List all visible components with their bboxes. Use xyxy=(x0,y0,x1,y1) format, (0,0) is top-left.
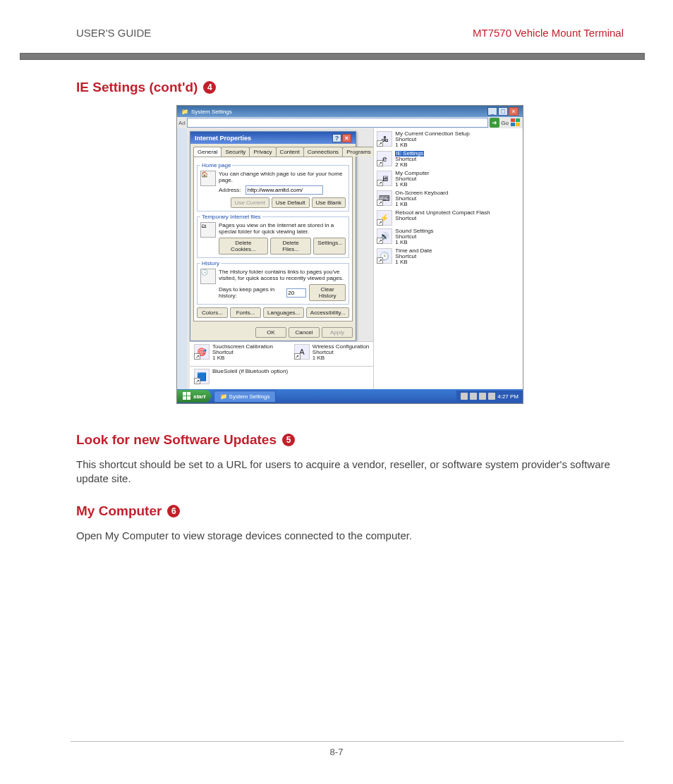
fonts-button[interactable]: Fonts... xyxy=(230,307,261,318)
header-left: USER'S GUIDE xyxy=(76,27,151,39)
colors-button[interactable]: Colors... xyxy=(197,307,228,318)
shortcut-icon: 🟦↗ xyxy=(194,369,210,384)
shortcut-item[interactable]: e↗IE SettingsShortcut2 KB xyxy=(377,151,520,168)
use-default-button[interactable]: Use Default xyxy=(272,197,310,208)
close-icon[interactable]: × xyxy=(509,107,519,116)
shortcut-arrow-icon: ↗ xyxy=(377,238,383,244)
homepage-address-input[interactable] xyxy=(245,185,323,195)
shortcut-item[interactable]: 🔊↗Sound SettingsShortcut1 KB xyxy=(377,228,520,245)
tab-security[interactable]: Security xyxy=(221,147,250,157)
windows-flag-icon xyxy=(510,118,521,128)
delete-cookies-button[interactable]: Delete Cookies... xyxy=(219,238,268,255)
footer-rule xyxy=(71,741,624,742)
section-body: This shortcut should be set to a URL for… xyxy=(76,458,624,486)
temp-files-group: Temporary Internet files 🗂 Pages you vie… xyxy=(197,214,349,258)
address-label: Address: xyxy=(219,187,241,193)
shortcut-item[interactable]: 🕒↗Time and DateShortcut1 KB xyxy=(377,248,520,265)
ok-button[interactable]: OK xyxy=(255,327,286,338)
svg-rect-3 xyxy=(516,123,520,126)
folder-address-input[interactable] xyxy=(187,118,489,128)
use-blank-button[interactable]: Use Blank xyxy=(312,197,346,208)
tab-general[interactable]: General xyxy=(193,147,222,157)
shortcut-item[interactable]: ⚡↗Reboot and Unprotect Compact FlashShor… xyxy=(377,210,520,226)
help-icon[interactable]: ? xyxy=(332,134,341,142)
history-days-label: Days to keep pages in history: xyxy=(219,286,284,299)
navpane-stub xyxy=(177,128,187,389)
go-button[interactable]: ➜ xyxy=(490,118,499,128)
embedded-screenshot: 📁 System Settings _ □ × Ad ➜ Go xyxy=(176,105,523,404)
section-title: IE Settings (cont'd) xyxy=(76,80,198,95)
shortcut-meta: Wireless ConfigurationShortcut1 KB xyxy=(313,344,369,361)
maximize-icon[interactable]: □ xyxy=(498,107,508,116)
svg-rect-2 xyxy=(511,123,515,126)
history-legend: History xyxy=(200,260,221,267)
shortcuts-below-dialog-2: 🟦↗BlueSoleil (if Bluetooth option) xyxy=(190,366,373,389)
clear-history-button[interactable]: Clear History xyxy=(309,284,346,301)
languages-button[interactable]: Languages... xyxy=(263,307,304,318)
tab-connections[interactable]: Connections xyxy=(303,147,343,157)
shortcut-meta: Reboot and Unprotect Compact FlashShortc… xyxy=(395,210,490,221)
temp-settings-button[interactable]: Settings... xyxy=(313,238,346,255)
shortcut-size: 1 KB xyxy=(313,355,369,361)
shortcut-icon: ⚡↗ xyxy=(377,210,392,226)
header-right: MT7570 Vehicle Mount Terminal xyxy=(473,27,624,39)
shortcut-meta: Time and DateShortcut1 KB xyxy=(395,248,432,265)
shortcut-arrow-icon: ↗ xyxy=(377,160,383,166)
svg-rect-5 xyxy=(187,392,190,396)
taskbar-tab[interactable]: 📁 System Settings xyxy=(214,391,276,403)
homepage-legend: Home page xyxy=(200,162,232,169)
section-body: Open My Computer to view storage devices… xyxy=(76,529,624,543)
shortcut-size: 1 KB xyxy=(395,182,429,188)
svg-rect-4 xyxy=(183,392,186,396)
shortcut-arrow-icon: ↗ xyxy=(194,353,200,360)
shortcut-arrow-icon: ↗ xyxy=(294,353,301,360)
step-badge-5: 5 xyxy=(282,434,295,446)
tab-privacy[interactable]: Privacy xyxy=(249,147,276,157)
section-my-computer: My Computer 6 xyxy=(76,503,624,519)
window-buttons: _ □ × xyxy=(487,107,519,116)
tray-icon xyxy=(488,393,495,400)
temp-files-icon: 🗂 xyxy=(200,222,216,238)
shortcut-item[interactable]: 🎯↗Touchscreen CalibrationShortcut1 KB xyxy=(194,344,273,361)
shortcut-icon: 🕒↗ xyxy=(377,248,392,264)
start-label: start xyxy=(193,393,205,400)
delete-files-button[interactable]: Delete Files... xyxy=(270,238,311,255)
dialog-close-icon[interactable]: × xyxy=(342,134,351,142)
accessibility-button[interactable]: Accessibility... xyxy=(306,307,349,318)
use-current-button[interactable]: Use Current xyxy=(231,197,269,208)
shortcut-item[interactable]: 🟦↗BlueSoleil (if Bluetooth option) xyxy=(194,369,288,384)
section-title: My Computer xyxy=(76,503,162,519)
dialog-titlebar: Internet Properties ? × xyxy=(190,132,356,144)
shortcut-meta: Sound SettingsShortcut1 KB xyxy=(395,228,433,245)
system-tray: 4:27 PM xyxy=(456,391,523,402)
shortcut-size: 1 KB xyxy=(395,202,448,207)
history-days-input[interactable] xyxy=(286,288,306,298)
temp-legend: Temporary Internet files xyxy=(200,214,262,220)
svg-rect-7 xyxy=(187,396,190,400)
shortcut-meta: My ComputerShortcut1 KB xyxy=(395,171,429,188)
minimize-icon[interactable]: _ xyxy=(487,107,497,116)
clock: 4:27 PM xyxy=(497,393,519,400)
section-title: Look for new Software Updates xyxy=(76,432,277,448)
history-group: History 🕓 The History folder contains li… xyxy=(197,260,349,305)
shortcut-meta: On-Screen KeyboardShortcut1 KB xyxy=(395,190,448,207)
shortcut-meta: BlueSoleil (if Bluetooth option) xyxy=(212,369,288,374)
shortcut-size: 1 KB xyxy=(395,142,469,148)
shortcut-icon: 🎯↗ xyxy=(194,344,210,360)
cancel-button[interactable]: Cancel xyxy=(289,327,320,338)
shortcut-item[interactable]: 🖥↗My ComputerShortcut1 KB xyxy=(377,171,520,188)
shortcut-icon: ⌨↗ xyxy=(377,190,392,206)
apply-button[interactable]: Apply xyxy=(322,327,353,338)
shortcut-arrow-icon: ↗ xyxy=(377,219,383,226)
start-button[interactable]: start xyxy=(177,390,211,403)
shortcut-arrow-icon: ↗ xyxy=(377,140,383,147)
shortcut-size: 2 KB xyxy=(395,162,424,168)
tab-programs[interactable]: Programs xyxy=(342,147,375,157)
tab-content[interactable]: Content xyxy=(276,147,304,157)
shortcut-item[interactable]: ⌨↗On-Screen KeyboardShortcut1 KB xyxy=(377,190,520,207)
folder-icon: 📁 xyxy=(181,109,188,115)
shortcut-item[interactable]: 🖧↗My Current Connection SetupShortcut1 K… xyxy=(377,131,520,148)
shortcut-meta: IE SettingsShortcut2 KB xyxy=(395,151,424,168)
shortcut-item[interactable]: A↗Wireless ConfigurationShortcut1 KB xyxy=(294,344,369,361)
shortcut-meta: Touchscreen CalibrationShortcut1 KB xyxy=(212,344,273,361)
